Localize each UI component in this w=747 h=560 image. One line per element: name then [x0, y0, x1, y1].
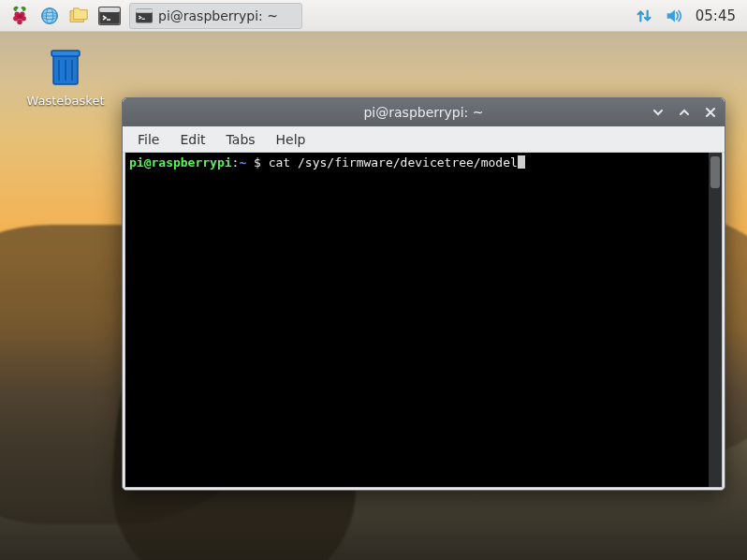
chevron-up-icon [678, 106, 691, 119]
desktop-icon-wastebasket[interactable]: Wastebasket [28, 45, 103, 108]
raspberry-icon [9, 6, 30, 26]
svg-rect-11 [99, 7, 120, 12]
globe-icon [39, 6, 60, 26]
close-icon [704, 106, 717, 119]
terminal-command: cat /sys/firmware/devicetree/model [269, 155, 518, 169]
prompt-cwd: ~ [239, 155, 254, 169]
svg-rect-17 [51, 51, 80, 56]
file-manager-launcher[interactable] [66, 3, 94, 29]
taskbar-window-button[interactable]: pi@raspberrypi: ~ [129, 3, 302, 29]
prompt-userhost: pi@raspberrypi [129, 155, 232, 169]
svg-point-4 [17, 14, 22, 20]
window-maximize-button[interactable] [676, 104, 693, 121]
window-titlebar[interactable]: pi@raspberrypi: ~ [123, 98, 725, 126]
terminal-output[interactable]: pi@raspberrypi:~ $ cat /sys/firmware/dev… [125, 153, 709, 487]
terminal-icon [99, 7, 120, 24]
trash-icon [45, 45, 86, 90]
svg-rect-14 [136, 8, 153, 12]
menu-tabs[interactable]: Tabs [217, 129, 265, 150]
desktop-icon-label: Wastebasket [27, 94, 105, 108]
chevron-down-icon [652, 106, 665, 119]
svg-point-5 [17, 19, 22, 23]
taskbar: pi@raspberrypi: ~ 05:45 [0, 0, 747, 32]
speaker-icon [664, 6, 684, 26]
terminal-scrollbar[interactable] [709, 153, 722, 487]
folders-icon [68, 7, 91, 25]
window-close-button[interactable] [702, 104, 719, 121]
app-menu-button[interactable] [6, 3, 34, 29]
web-browser-launcher[interactable] [36, 3, 64, 29]
terminal-cursor [518, 155, 525, 169]
terminal-launcher[interactable] [95, 3, 124, 29]
terminal-icon [136, 8, 153, 23]
terminal-area: pi@raspberrypi:~ $ cat /sys/firmware/dev… [124, 153, 723, 488]
menu-help[interactable]: Help [267, 129, 315, 150]
menu-file[interactable]: File [128, 129, 168, 150]
terminal-window: pi@raspberrypi: ~ File Edit Tabs Help [122, 97, 725, 491]
volume-indicator[interactable] [660, 3, 688, 29]
clock[interactable]: 05:45 [690, 7, 741, 24]
prompt-dollar: $ [254, 155, 269, 169]
taskbar-window-label: pi@raspberrypi: ~ [158, 8, 278, 23]
window-menubar: File Edit Tabs Help [123, 126, 725, 153]
window-minimize-button[interactable] [650, 104, 666, 121]
scrollbar-thumb[interactable] [710, 156, 720, 188]
window-title: pi@raspberrypi: ~ [363, 105, 483, 120]
network-updown-icon [634, 6, 654, 26]
menu-edit[interactable]: Edit [170, 129, 214, 150]
network-indicator[interactable] [630, 3, 658, 29]
